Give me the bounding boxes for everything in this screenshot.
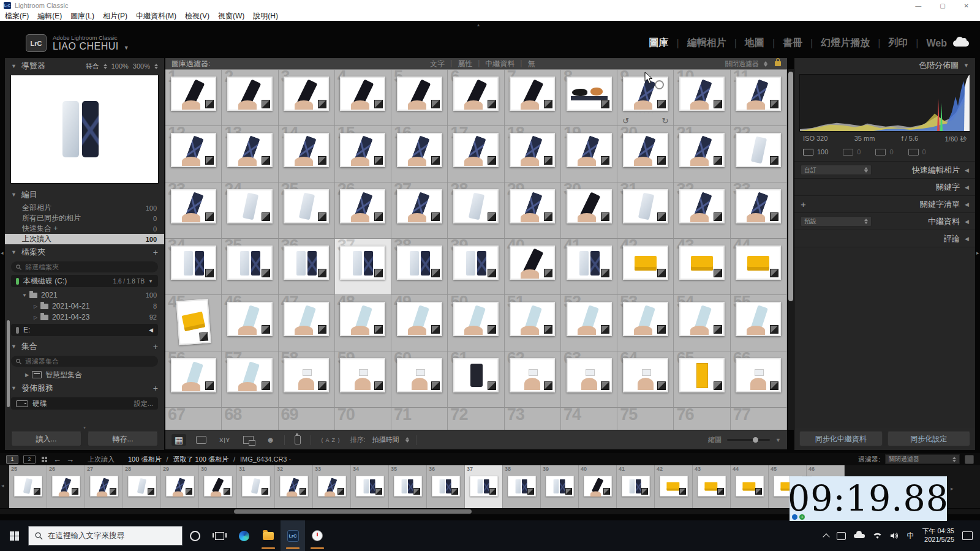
photo-thumbnail[interactable] xyxy=(340,358,385,392)
grid-cell-27[interactable]: 27 xyxy=(391,182,448,239)
grid-cell-44[interactable]: 44 xyxy=(731,239,787,295)
metadata-header[interactable]: 預設 中繼資料 ◀ xyxy=(794,213,975,230)
filter-option[interactable]: 文字 xyxy=(430,59,445,69)
grid-cell-60[interactable]: 60 xyxy=(391,351,448,408)
filmstrip-cell-34[interactable]: 34 xyxy=(351,465,389,508)
rating-dots[interactable]: ····· xyxy=(635,110,655,116)
filmstrip-cell-25[interactable]: 25 xyxy=(9,465,47,508)
photo-thumbnail[interactable] xyxy=(340,302,385,336)
grid-cell-39[interactable]: 39 xyxy=(448,239,504,295)
edge-button[interactable] xyxy=(232,520,256,551)
photo-thumbnail[interactable] xyxy=(453,133,499,167)
grid-cell-48[interactable]: 48 xyxy=(335,295,391,351)
back-arrow-icon[interactable]: ← xyxy=(53,455,61,463)
painter-tool-button[interactable] xyxy=(292,434,304,446)
grid-cell-59[interactable]: 59 xyxy=(335,351,391,408)
filmstrip-cell-32[interactable]: 32 xyxy=(275,465,313,508)
taskbar-clock[interactable]: 下午 04:35 2021/5/25 xyxy=(922,527,954,544)
catalog-row[interactable]: 所有已同步的相片0 xyxy=(5,213,164,223)
grid-cell-51[interactable]: 51 xyxy=(505,295,561,351)
grid-cell-23[interactable]: 23 xyxy=(165,182,222,239)
cortana-button[interactable] xyxy=(183,520,207,551)
minimize-icon[interactable]: — xyxy=(915,2,921,9)
photo-thumbnail[interactable] xyxy=(227,302,273,336)
filmstrip-cell-40[interactable]: 40 xyxy=(579,465,617,508)
compare-view-button[interactable]: X|Y xyxy=(216,436,233,444)
filmstrip-cell-28[interactable]: 28 xyxy=(123,465,161,508)
grid-cell-47[interactable]: 47 xyxy=(279,295,335,351)
navigator-preview[interactable] xyxy=(11,75,158,183)
photo-thumbnail[interactable] xyxy=(623,246,668,280)
photo-thumbnail[interactable] xyxy=(397,189,442,223)
grid-cell-65[interactable]: 65 xyxy=(674,351,730,408)
grid-cell-22[interactable]: 22 xyxy=(731,126,787,182)
photo-thumbnail[interactable] xyxy=(736,302,781,336)
catalog-row[interactable]: 全部相片100 xyxy=(5,203,164,213)
grid-cell-6[interactable]: 6 xyxy=(448,70,504,126)
grid-cell-57[interactable]: 57 xyxy=(222,351,278,408)
grid-cell-55[interactable]: 55 xyxy=(731,295,787,351)
photo-thumbnail[interactable] xyxy=(356,476,384,497)
grid-cell-64[interactable]: 64 xyxy=(617,351,674,408)
publish-header[interactable]: ▼ 發佈服務 + xyxy=(5,380,164,396)
grid-scrollbar-thumb[interactable] xyxy=(788,72,793,301)
timer-record-icon[interactable] xyxy=(792,514,797,520)
grid-cell-73[interactable]: 73 xyxy=(505,408,561,430)
filmstrip-cell-41[interactable]: 41 xyxy=(617,465,655,508)
photo-thumbnail[interactable] xyxy=(204,476,232,497)
left-panel-scrollbar[interactable] xyxy=(7,320,10,407)
folder-row[interactable]: ▷2021-04-218 xyxy=(5,301,164,312)
photo-thumbnail[interactable] xyxy=(622,476,650,497)
photo-thumbnail[interactable] xyxy=(660,476,688,497)
photo-thumbnail[interactable] xyxy=(510,302,555,336)
photo-thumbnail[interactable] xyxy=(397,133,442,167)
disclosure-icon[interactable]: ▷ xyxy=(32,304,39,309)
filmstrip-scroll-right-icon[interactable]: ▸ xyxy=(951,485,954,492)
filter-toggle-button[interactable] xyxy=(965,455,974,464)
grid-cell-20[interactable]: 20 xyxy=(617,126,674,182)
grid-cell-63[interactable]: 63 xyxy=(561,351,617,408)
filmstrip-scrollbar-thumb[interactable] xyxy=(234,509,472,514)
grid-cell-69[interactable]: 69 xyxy=(279,408,335,430)
people-view-button[interactable]: ☻ xyxy=(263,435,278,445)
photo-thumbnail[interactable] xyxy=(284,358,329,392)
photo-thumbnail[interactable] xyxy=(171,77,216,111)
import-button[interactable]: 讀入... xyxy=(11,432,81,446)
folder-row[interactable]: ▷2021-04-2392 xyxy=(5,312,164,323)
photo-thumbnail[interactable] xyxy=(397,358,442,392)
tray-expand-icon[interactable] xyxy=(823,533,830,540)
grid-cell-34[interactable]: 34 xyxy=(165,239,222,295)
collections-header[interactable]: ▼ 集合 + xyxy=(5,339,164,354)
start-button[interactable] xyxy=(0,520,28,551)
identity-user-name[interactable]: LIAO CHEHUI▼ xyxy=(53,41,129,52)
grid-cell-49[interactable]: 49 xyxy=(391,295,448,351)
grid-cell-77[interactable]: 77 xyxy=(731,408,787,430)
disclosure-icon[interactable]: ▼ xyxy=(21,293,28,298)
histogram-header[interactable]: 色階分佈圖 ▼ xyxy=(794,58,975,73)
disclosure-icon[interactable]: ▶ xyxy=(23,372,31,378)
photo-thumbnail[interactable] xyxy=(679,246,725,280)
menu-item[interactable]: 視窗(W) xyxy=(218,11,244,21)
grid-cell-8[interactable]: 8 xyxy=(561,70,617,126)
photo-thumbnail[interactable] xyxy=(736,358,781,392)
photo-thumbnail[interactable] xyxy=(470,476,498,497)
filter-preset-dropdown[interactable]: 關閉過濾器 xyxy=(725,59,759,69)
grid-cell-62[interactable]: 62 xyxy=(505,351,561,408)
grid-cell-54[interactable]: 54 xyxy=(674,295,730,351)
volume-e-bar[interactable]: E: ◀ xyxy=(11,324,158,336)
photo-thumbnail[interactable] xyxy=(623,189,668,223)
photo-thumbnail[interactable] xyxy=(340,189,385,223)
selection-circle-icon[interactable] xyxy=(655,80,664,89)
grid-cell-43[interactable]: 43 xyxy=(674,239,730,295)
catalog-row[interactable]: 上次讀入100 xyxy=(5,234,164,244)
menu-item[interactable]: 編輯(E) xyxy=(37,11,62,21)
filmstrip-cell-39[interactable]: 39 xyxy=(541,465,579,508)
folders-header[interactable]: ▼ 檔案夾 + xyxy=(5,244,164,260)
photo-thumbnail[interactable] xyxy=(227,133,273,167)
collection-search-input[interactable]: 過濾器集合 xyxy=(11,356,158,367)
photo-thumbnail[interactable] xyxy=(128,476,156,497)
photo-thumbnail[interactable] xyxy=(679,189,725,223)
filmstrip-cell-38[interactable]: 38 xyxy=(503,465,541,508)
navigator-header[interactable]: ▼ 導覽器 符合 100% 300% xyxy=(5,58,164,74)
disclosure-icon[interactable]: ▷ xyxy=(32,315,39,320)
